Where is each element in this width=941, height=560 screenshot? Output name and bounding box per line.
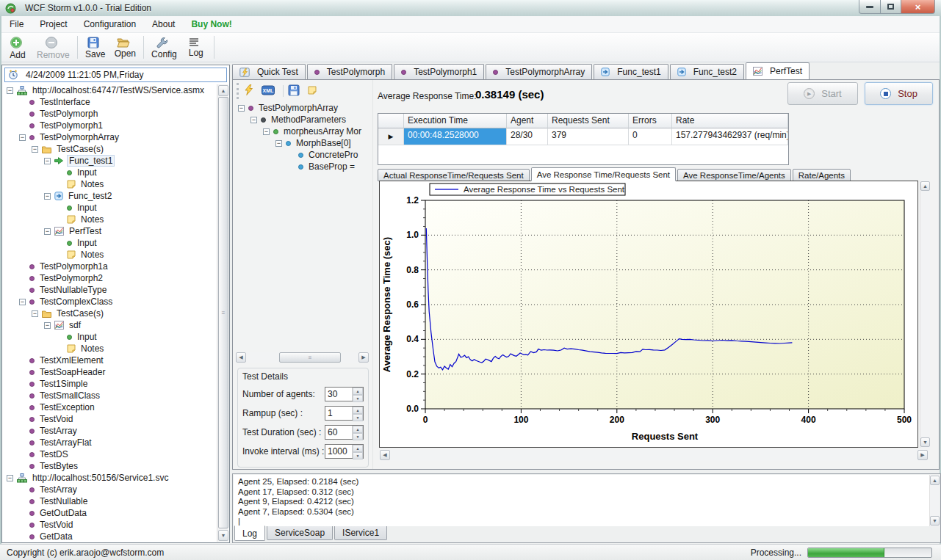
field-spinner[interactable]: 1▲▼ <box>325 406 364 421</box>
spin-down-icon[interactable]: ▼ <box>353 414 363 421</box>
log-tab-iservice1[interactable]: IService1 <box>334 526 387 540</box>
chart-vscrollbar[interactable]: ▲ ▼ <box>920 181 930 448</box>
grid-cell[interactable]: 28/30 <box>507 128 548 145</box>
scroll-up-icon[interactable]: ▲ <box>218 85 228 96</box>
expander-icon[interactable]: − <box>250 117 257 123</box>
log-button[interactable]: Log <box>181 33 211 62</box>
minimize-button[interactable] <box>859 0 881 14</box>
expander-icon[interactable]: − <box>44 193 51 200</box>
menu-item-about[interactable]: About <box>144 16 183 32</box>
expander-icon[interactable]: − <box>19 299 26 305</box>
grid-column-header[interactable]: Agent <box>507 114 548 128</box>
menu-item-project[interactable]: Project <box>32 16 75 32</box>
menu-item-configuration[interactable]: Configuration <box>76 16 144 32</box>
scroll-down-icon[interactable]: ▼ <box>218 530 228 541</box>
service-tree-item[interactable]: TestArray <box>4 484 217 495</box>
service-tree-item[interactable]: Notes <box>4 214 217 225</box>
parameter-tree-hscrollbar[interactable]: ◀ ≡ ▶ <box>235 352 369 363</box>
maximize-button[interactable] <box>881 0 901 14</box>
spin-up-icon[interactable]: ▲ <box>353 407 363 414</box>
service-tree-item[interactable]: GetData <box>4 531 217 542</box>
field-value[interactable]: 30 <box>325 388 352 401</box>
service-tree-item[interactable]: −http://localhost:50156/Service1.svc <box>4 472 217 484</box>
stop-button[interactable]: Stop <box>865 82 933 105</box>
grid-column-header[interactable]: Rate <box>672 114 788 128</box>
grid-cell[interactable]: 0 <box>629 128 672 145</box>
field-spinner[interactable]: 60▲▼ <box>325 425 364 440</box>
param-tree-item[interactable]: −morpheusArray Mor <box>235 126 372 137</box>
note-button[interactable] <box>308 86 320 97</box>
open-button[interactable]: Open <box>110 33 140 62</box>
expander-icon[interactable]: − <box>263 128 270 135</box>
scroll-up-icon[interactable]: ▲ <box>930 476 940 485</box>
scroll-up-icon[interactable]: ▲ <box>920 181 930 191</box>
service-tree-item[interactable]: −TestPolymorphArray <box>4 131 217 143</box>
service-tree-item[interactable]: −Func_test1 <box>4 155 217 167</box>
service-tree-item[interactable]: TestPolymorph1 <box>4 120 217 131</box>
menu-item-buy-now-[interactable]: Buy Now! <box>183 16 239 32</box>
service-tree-item[interactable]: Test1Simple <box>4 378 217 390</box>
grid-column-header[interactable]: Execution Time <box>404 114 507 128</box>
scroll-right-icon[interactable]: ▶ <box>358 352 369 363</box>
spin-up-icon[interactable]: ▲ <box>353 388 363 395</box>
chart-tab-actual-responsetime-requests-sent[interactable]: Actual ResponseTime/Requests Sent <box>378 169 530 181</box>
param-tree-item[interactable]: ConcretePro <box>235 149 372 161</box>
tab-func-test1[interactable]: Func_test1 <box>594 64 668 79</box>
grid-cell[interactable]: 379 <box>548 128 629 145</box>
service-tree-item[interactable]: Input <box>4 237 217 249</box>
add-button[interactable]: Add <box>3 33 32 62</box>
log-tab-servicesoap[interactable]: ServiceSoap <box>267 526 333 540</box>
field-value[interactable]: 60 <box>325 426 352 439</box>
service-tree-item[interactable]: −TestCase(s) <box>4 308 217 319</box>
service-tree-item[interactable]: −TestComplexClass <box>4 296 217 308</box>
expander-icon[interactable]: − <box>238 105 245 112</box>
service-tree-item[interactable]: Notes <box>4 343 217 354</box>
log-tab-log[interactable]: Log <box>234 526 265 541</box>
chart-tab-ave-responsetime-agents[interactable]: Ave ResponseTime/Agents <box>677 169 791 181</box>
service-tree-item[interactable]: Input <box>4 331 217 343</box>
grid-cell[interactable]: 157.277943462937 (req/min) <box>672 128 788 145</box>
chart-tab-rate-agents[interactable]: Rate/Agents <box>793 169 851 181</box>
tab-testpolymorph1[interactable]: TestPolymorph1 <box>394 64 484 79</box>
param-tree-item[interactable]: BaseProp = <box>235 161 372 172</box>
service-tree-item[interactable]: TestInterface <box>4 96 217 108</box>
scroll-thumb[interactable]: ≡ <box>218 97 228 528</box>
service-tree-item[interactable]: TestArrayFlat <box>4 437 217 448</box>
service-tree-item[interactable]: TestDS <box>4 448 217 460</box>
service-tree-item[interactable]: TestPolymorph2 <box>4 272 217 284</box>
spin-up-icon[interactable]: ▲ <box>353 426 363 433</box>
chart-tab-ave-response-time-requests-sent[interactable]: Ave Response Time/Requests Sent <box>531 167 676 181</box>
service-tree-item[interactable]: GetOutData <box>4 507 217 519</box>
param-tree-item[interactable]: −TestPolymorphArray <box>235 102 372 114</box>
service-tree-item[interactable]: TestArray <box>4 425 217 437</box>
service-tree-item[interactable]: TestVoid <box>4 413 217 425</box>
tab-testpolymorpharray[interactable]: TestPolymorphArray <box>486 64 592 79</box>
service-tree-item[interactable]: TestException <box>4 401 217 413</box>
field-value[interactable]: 1000 <box>325 445 352 458</box>
expander-icon[interactable]: − <box>44 158 51 164</box>
spin-up-icon[interactable]: ▲ <box>353 445 363 452</box>
field-spinner[interactable]: 30▲▼ <box>325 387 364 401</box>
service-tree-item[interactable]: TestPolymorph1a <box>4 261 217 272</box>
param-tree-item[interactable]: −MethodParameters <box>235 114 372 126</box>
service-tree-item[interactable]: TestNullable <box>4 495 217 507</box>
tab-quick-test[interactable]: Quick Test <box>232 64 306 79</box>
service-tree-item[interactable]: TestVoid <box>4 519 217 531</box>
tab-func-test2[interactable]: Func_test2 <box>670 64 744 79</box>
expander-icon[interactable]: − <box>44 322 51 329</box>
xml-button[interactable]: XML <box>262 85 278 98</box>
grid-cell[interactable]: 00:00:48.2528000 <box>404 128 507 145</box>
expander-icon[interactable]: − <box>32 310 38 317</box>
expander-icon[interactable]: − <box>19 134 26 141</box>
service-tree-item[interactable]: Notes <box>4 249 217 261</box>
scroll-down-icon[interactable]: ▼ <box>920 437 930 447</box>
close-button[interactable]: × <box>901 0 935 14</box>
expander-icon[interactable]: − <box>7 87 13 94</box>
service-tree-item[interactable]: Input <box>4 167 217 178</box>
service-tree-item[interactable]: TestBytes <box>4 460 217 472</box>
expander-icon[interactable]: − <box>44 228 51 235</box>
service-tree-item[interactable]: −http://localhost:64747/TestWS/Service.a… <box>4 84 217 96</box>
scroll-right-icon[interactable]: ▶ <box>917 450 928 460</box>
service-tree-item[interactable]: −PerfTest <box>4 225 217 237</box>
service-tree-item[interactable]: TestPolymorph <box>4 108 217 120</box>
